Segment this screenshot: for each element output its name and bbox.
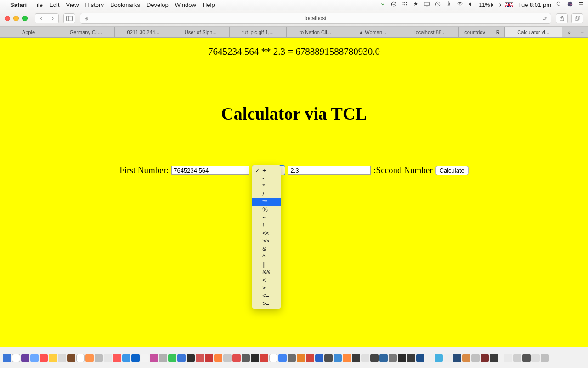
reload-icon[interactable]: ⟳: [543, 15, 547, 22]
dock-app-icon[interactable]: [481, 354, 489, 362]
dock-app-icon[interactable]: [150, 354, 158, 362]
dock-app-icon[interactable]: [490, 354, 498, 362]
operator-option[interactable]: +: [252, 167, 281, 174]
dock-app-icon[interactable]: [379, 354, 388, 362]
sidebar-button[interactable]: [63, 13, 75, 23]
dock-app-icon[interactable]: [462, 354, 470, 362]
timemachine-icon[interactable]: [435, 1, 441, 9]
address-bar[interactable]: ⊕ localhost ⟳: [80, 13, 551, 24]
window-zoom-button[interactable]: [22, 16, 28, 21]
dock-app-icon[interactable]: [242, 354, 250, 362]
dock-app-icon[interactable]: [85, 354, 94, 362]
menu-develop[interactable]: Develop: [147, 1, 169, 8]
notification-center-icon[interactable]: [578, 1, 584, 9]
tab-5[interactable]: to Nation Cli...: [287, 27, 344, 37]
dock-app-icon[interactable]: [370, 354, 379, 362]
dock-app-icon[interactable]: [223, 354, 232, 362]
menubar-clock[interactable]: Tue 8:01 pm: [518, 1, 551, 8]
menu-bookmarks[interactable]: Bookmarks: [110, 1, 140, 8]
menu-file[interactable]: File: [33, 1, 43, 8]
operator-option[interactable]: >>: [252, 237, 281, 245]
dock-app-icon[interactable]: [324, 354, 333, 362]
dock-app-icon[interactable]: [113, 354, 121, 362]
dock-app-icon[interactable]: [67, 354, 75, 362]
operator-option[interactable]: !: [252, 221, 281, 229]
dock-app-icon[interactable]: [141, 354, 149, 362]
dock-app-icon[interactable]: [425, 354, 434, 362]
calculate-button[interactable]: Calculate: [435, 166, 469, 175]
status-icon-3[interactable]: [413, 1, 419, 9]
dock-folder-icon[interactable]: [522, 354, 531, 362]
dock-app-icon[interactable]: [269, 354, 277, 362]
dock-folder-icon[interactable]: [504, 354, 512, 362]
menu-window[interactable]: Window: [175, 1, 196, 8]
dock-app-icon[interactable]: [131, 354, 140, 362]
dock-app-icon[interactable]: [168, 354, 176, 362]
menu-edit[interactable]: Edit: [49, 1, 59, 8]
status-icon-1[interactable]: [390, 1, 397, 9]
battery-indicator[interactable]: 11%: [479, 2, 500, 8]
tab-3[interactable]: User of Sign...: [172, 27, 230, 37]
dock-app-icon[interactable]: [453, 354, 461, 362]
dock-app-icon[interactable]: [435, 354, 443, 362]
dock-app-icon[interactable]: [398, 354, 406, 362]
operator-option[interactable]: ||: [252, 260, 281, 268]
second-number-input[interactable]: [288, 166, 371, 175]
operator-option[interactable]: ~: [252, 213, 281, 221]
dock-folder-icon[interactable]: [513, 354, 521, 362]
display-icon[interactable]: [424, 1, 430, 9]
dock-app-icon[interactable]: [471, 354, 480, 362]
dock-app-icon[interactable]: [30, 354, 39, 362]
menu-help[interactable]: Help: [203, 1, 215, 8]
dock-app-icon[interactable]: [12, 354, 20, 362]
operator-option[interactable]: &: [252, 245, 281, 253]
dock-app-icon[interactable]: [343, 354, 351, 362]
volume-icon[interactable]: [468, 1, 474, 9]
menu-view[interactable]: View: [66, 1, 79, 8]
dock-app-icon[interactable]: [407, 354, 415, 362]
dock-app-icon[interactable]: [159, 354, 167, 362]
dock-app-icon[interactable]: [288, 354, 296, 362]
dock-app-icon[interactable]: [58, 354, 66, 362]
operator-option[interactable]: <: [252, 276, 281, 284]
tab-2[interactable]: 0211.30.244...: [115, 27, 172, 37]
show-tabs-button[interactable]: [571, 13, 583, 23]
dock-app-icon[interactable]: [361, 354, 369, 362]
back-button[interactable]: ‹: [35, 13, 47, 23]
status-icon-2[interactable]: [401, 1, 408, 9]
operator-option[interactable]: <<: [252, 229, 281, 237]
tab-6[interactable]: ▲Woman...: [344, 27, 401, 37]
operator-option[interactable]: >: [252, 284, 281, 292]
wifi-icon[interactable]: [457, 1, 463, 9]
operator-option[interactable]: &&: [252, 268, 281, 276]
operator-option[interactable]: **: [252, 198, 281, 206]
dock-finder-icon[interactable]: [3, 354, 11, 362]
new-tab-button[interactable]: ＋: [576, 27, 588, 37]
tab-9[interactable]: R: [491, 27, 505, 37]
forward-button[interactable]: ›: [47, 13, 59, 23]
operator-option[interactable]: <=: [252, 292, 281, 299]
tab-8[interactable]: countdov: [459, 27, 491, 37]
download-icon[interactable]: [379, 1, 386, 9]
menu-history[interactable]: History: [85, 1, 103, 8]
tab-0[interactable]: Apple: [0, 27, 57, 37]
dock-app-icon[interactable]: [334, 354, 342, 362]
app-name[interactable]: Safari: [10, 1, 27, 8]
operator-option[interactable]: >=: [252, 299, 281, 307]
dock-app-icon[interactable]: [260, 354, 268, 362]
tab-overflow[interactable]: »: [562, 27, 576, 37]
dock-app-icon[interactable]: [49, 354, 57, 362]
operator-option[interactable]: ^: [252, 253, 281, 260]
dock-app-icon[interactable]: [214, 354, 222, 362]
operator-option[interactable]: -: [252, 174, 281, 182]
dock-app-icon[interactable]: [306, 354, 314, 362]
tab-10[interactable]: Calculator vi...: [505, 27, 562, 37]
site-settings-icon[interactable]: ⊕: [84, 15, 89, 22]
window-close-button[interactable]: [5, 16, 10, 21]
dock-app-icon[interactable]: [444, 354, 452, 362]
dock-app-icon[interactable]: [205, 354, 213, 362]
siri-icon[interactable]: [567, 1, 573, 9]
bluetooth-icon[interactable]: [446, 1, 452, 9]
dock-app-icon[interactable]: [297, 354, 305, 362]
dock-app-icon[interactable]: [232, 354, 241, 362]
